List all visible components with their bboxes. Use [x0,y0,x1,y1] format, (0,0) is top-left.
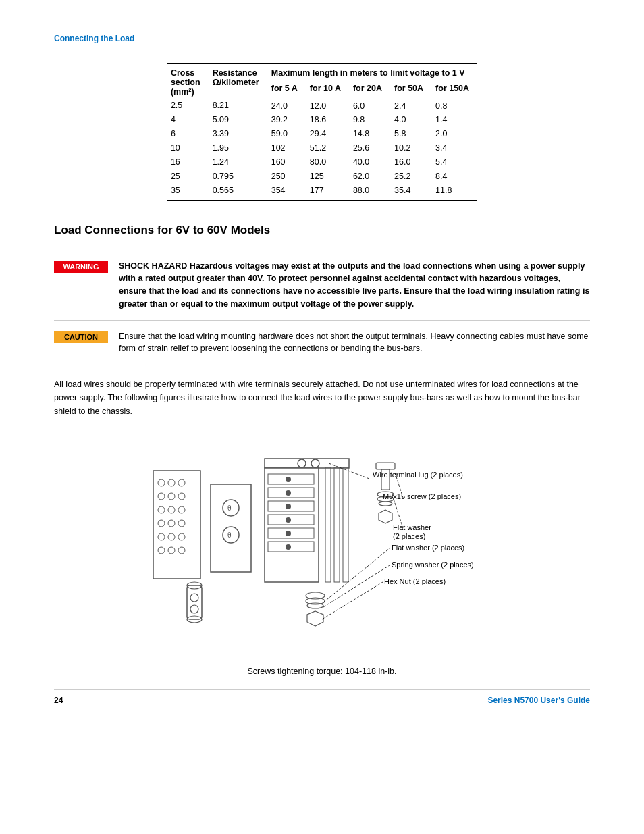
cell-2-4: 14.8 [349,127,390,141]
label-hex-nut: Hex Nut (2 places) [384,577,446,585]
svg-point-12 [168,547,175,554]
svg-rect-28 [268,515,314,525]
cell-1-4: 9.8 [349,113,390,127]
svg-point-41 [298,459,306,467]
header-link[interactable]: Connecting the Load [54,34,590,43]
cell-4-6: 5.4 [431,155,477,170]
svg-point-17 [178,533,185,540]
svg-point-5 [158,533,165,540]
svg-marker-57 [307,611,323,626]
diagram-caption: Screws tightening torque: 104-118 in-lb. [54,667,590,676]
cell-4-0: 16 [167,155,209,170]
footer-page-number: 24 [54,696,63,705]
label-flat-washer1: Flat washer [393,523,431,531]
cell-1-0: 4 [167,113,209,127]
svg-point-52 [190,594,198,602]
warning-block: WARNING SHOCK HAZARD Hazardous voltages … [54,251,590,321]
cell-5-3: 125 [306,170,349,184]
cell-5-5: 25.2 [390,170,431,184]
label-wire-terminal: Wire terminal lug (2 places) [373,471,463,479]
cell-5-1: 0.795 [209,170,267,184]
table-row: 350.56535417788.035.411.8 [167,184,477,201]
col3d-header: for 50A [390,82,431,99]
caution-badge: CAUTION [54,331,108,343]
cell-5-6: 8.4 [431,170,477,184]
col3b-header: for 10 A [306,82,349,99]
cell-2-1: 3.39 [209,127,267,141]
svg-point-16 [178,520,185,527]
cell-6-1: 0.565 [209,184,267,201]
cell-0-6: 0.8 [431,99,477,113]
cell-4-4: 40.0 [349,155,390,170]
table-row: 101.9510251.225.610.23.4 [167,141,477,155]
svg-point-56 [307,603,323,608]
cell-1-2: 39.2 [267,113,306,127]
cell-6-4: 88.0 [349,184,390,201]
svg-marker-48 [379,510,392,523]
cell-6-0: 35 [167,184,209,201]
diagram-illustration: θ θ [133,430,511,660]
col2-header: ResistanceΩ/kilometer [209,64,267,99]
cell-4-3: 80.0 [306,155,349,170]
diagram-container: θ θ [54,430,590,660]
svg-line-63 [322,582,383,619]
label-flat-washer2: Flat washer (2 places) [392,544,464,552]
cell-6-2: 354 [267,184,306,201]
svg-line-62 [323,565,390,607]
table-row: 250.79525012562.025.28.4 [167,170,477,184]
footer: 24 Series N5700 User's Guide [54,689,590,705]
cell-1-6: 1.4 [431,113,477,127]
svg-point-6 [158,547,165,554]
svg-rect-19 [211,484,251,572]
col1-header: Crosssection(mm²) [167,64,209,99]
svg-point-18 [178,547,185,554]
table-wrapper: Crosssection(mm²) ResistanceΩ/kilometer … [54,57,590,217]
svg-rect-25 [268,474,314,484]
label-screw: M8x15 screw (2 places) [383,492,461,500]
table-row: 161.2416080.040.016.05.4 [167,155,477,170]
warning-badge: WARNING [54,261,108,273]
cell-5-2: 250 [267,170,306,184]
svg-point-11 [168,533,175,540]
svg-rect-43 [376,463,395,469]
svg-rect-38 [334,467,340,582]
cell-4-5: 16.0 [390,155,431,170]
footer-title: Series N5700 User's Guide [487,696,590,705]
cell-2-3: 29.4 [306,127,349,141]
cell-0-5: 2.4 [390,99,431,113]
cell-3-1: 1.95 [209,141,267,155]
svg-rect-37 [325,467,331,582]
warning-text: SHOCK HAZARD Hazardous voltages may exis… [119,260,590,311]
svg-point-9 [168,506,175,513]
col3-span-header: Maximum length in meters to limit voltag… [267,64,477,82]
svg-point-53 [190,605,198,613]
svg-point-15 [178,506,185,513]
svg-rect-29 [268,528,314,538]
cell-5-4: 62.0 [349,170,390,184]
svg-point-8 [168,493,175,500]
svg-rect-40 [265,459,349,468]
svg-point-14 [178,493,185,500]
cell-0-4: 6.0 [349,99,390,113]
cell-3-4: 25.6 [349,141,390,155]
cell-1-5: 4.0 [390,113,431,127]
cell-3-5: 10.2 [390,141,431,155]
table-row: 45.0939.218.69.84.01.4 [167,113,477,127]
cell-0-1: 8.21 [209,99,267,113]
svg-point-42 [311,459,319,467]
svg-point-13 [178,479,185,486]
svg-text:θ: θ [227,504,232,512]
svg-rect-39 [343,467,348,582]
section-heading: Load Connections for 6V to 60V Models [54,224,590,237]
svg-point-33 [286,504,291,509]
col3c-header: for 20A [349,82,390,99]
warning-text-bold: SHOCK HAZARD Hazardous voltages may exis… [119,261,589,309]
cell-5-0: 25 [167,170,209,184]
cell-4-2: 160 [267,155,306,170]
page: Connecting the Load Crosssection(mm²) Re… [0,0,644,739]
cell-4-1: 1.24 [209,155,267,170]
caution-block: CAUTION Ensure that the load wiring moun… [54,321,590,366]
cell-3-3: 51.2 [306,141,349,155]
svg-text:(2 places): (2 places) [393,532,425,540]
label-spring-washer: Spring washer (2 places) [392,561,474,569]
